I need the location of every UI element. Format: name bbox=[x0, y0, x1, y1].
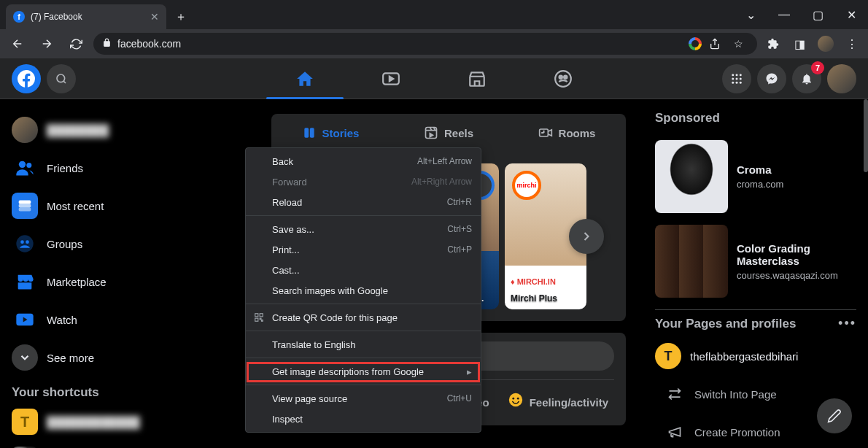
svg-point-14 bbox=[19, 161, 26, 168]
profile-icon[interactable] bbox=[815, 34, 836, 54]
ctx-shortcut: Ctrl+P bbox=[447, 244, 472, 255]
messenger-icon[interactable] bbox=[757, 64, 786, 93]
sponsor-image bbox=[655, 225, 728, 298]
sponsor-item[interactable]: Color Grading Masterclass courses.waqasq… bbox=[649, 219, 862, 304]
close-window-icon[interactable]: ✕ bbox=[834, 3, 868, 26]
svg-rect-37 bbox=[262, 320, 263, 322]
notifications-icon[interactable]: 7 bbox=[792, 64, 821, 93]
tab-stories[interactable]: Stories bbox=[271, 114, 390, 152]
tab-label: Stories bbox=[322, 127, 360, 139]
shortcut-item-2[interactable]: 8 Ball Pool bbox=[6, 441, 242, 448]
back-button[interactable] bbox=[6, 32, 29, 55]
menu-grid-icon[interactable] bbox=[722, 64, 751, 93]
ctx-inspect[interactable]: Inspect bbox=[246, 409, 481, 429]
shortcut-item-1[interactable]: T ████████████ bbox=[6, 403, 242, 441]
nav-watch[interactable] bbox=[351, 58, 431, 99]
svg-point-11 bbox=[732, 81, 734, 83]
chevron-down-icon[interactable]: ⌄ bbox=[734, 3, 767, 26]
sidebar-marketplace[interactable]: Marketplace bbox=[6, 263, 242, 301]
ctx-search-images[interactable]: Search images with Google bbox=[246, 280, 481, 301]
ctx-print[interactable]: Print... Ctrl+P bbox=[246, 239, 481, 260]
ctx-view-page-source[interactable]: View page source Ctrl+U bbox=[246, 388, 481, 409]
svg-rect-17 bbox=[20, 204, 31, 206]
facebook-logo[interactable] bbox=[12, 64, 41, 93]
left-sidebar: ████████ Friends Most recent Groups Mark… bbox=[0, 99, 248, 448]
svg-rect-34 bbox=[260, 314, 263, 317]
sidebar-groups[interactable]: Groups bbox=[6, 225, 242, 263]
svg-point-30 bbox=[508, 393, 522, 406]
divider bbox=[246, 304, 481, 304]
tab-rooms[interactable]: Rooms bbox=[508, 114, 626, 152]
tab-label: Rooms bbox=[559, 127, 596, 139]
ctx-back[interactable]: Back Alt+Left Arrow bbox=[246, 151, 481, 171]
side-panel-icon[interactable]: ◨ bbox=[789, 34, 810, 54]
sidebar-friends[interactable]: Friends bbox=[6, 149, 242, 187]
ctx-image-descriptions[interactable]: Get image descriptions from Google ▸ bbox=[246, 361, 481, 382]
browser-toolbar: facebook.com ☆ ◨ ⋮ bbox=[0, 29, 868, 58]
user-avatar-icon bbox=[12, 117, 38, 143]
ctx-label: Back bbox=[272, 156, 293, 167]
ctx-translate[interactable]: Translate to English bbox=[246, 334, 481, 355]
svg-point-7 bbox=[740, 74, 742, 76]
sponsor-domain: courses.waqasqazi.com bbox=[737, 270, 856, 281]
close-tab-icon[interactable]: ✕ bbox=[150, 11, 159, 23]
sidebar-label: Friends bbox=[47, 162, 83, 174]
sidebar-label: Most recent bbox=[47, 200, 104, 212]
sidebar-label: Groups bbox=[47, 238, 82, 250]
reload-button[interactable] bbox=[64, 32, 88, 55]
ctx-shortcut: Alt+Left Arrow bbox=[417, 156, 472, 166]
new-tab-button[interactable]: ＋ bbox=[171, 7, 191, 27]
nav-groups[interactable] bbox=[523, 58, 603, 99]
forward-button[interactable] bbox=[35, 32, 58, 55]
ctx-qr-code[interactable]: Create QR Code for this page bbox=[246, 307, 481, 328]
sidebar-see-more[interactable]: See more bbox=[6, 339, 242, 376]
kebab-menu-icon[interactable]: ⋮ bbox=[842, 34, 862, 54]
ctx-label: Reload bbox=[272, 197, 302, 208]
feeling-activity-button[interactable]: Feeling/activity bbox=[502, 386, 614, 418]
account-avatar[interactable] bbox=[827, 64, 856, 93]
more-options-icon[interactable]: ••• bbox=[838, 316, 856, 331]
ctx-reload[interactable]: Reload Ctrl+R bbox=[246, 192, 481, 212]
maximize-icon[interactable]: ▢ bbox=[801, 3, 834, 26]
facebook-favicon: f bbox=[13, 11, 25, 23]
browser-tab[interactable]: f (7) Facebook ✕ bbox=[6, 4, 166, 29]
center-nav bbox=[265, 58, 603, 99]
bookmark-icon[interactable]: ☆ bbox=[728, 34, 748, 54]
sidebar-watch[interactable]: Watch bbox=[6, 301, 242, 339]
ctx-cast[interactable]: Cast... bbox=[246, 260, 481, 280]
action-label: Feeling/activity bbox=[530, 396, 608, 409]
minimize-icon[interactable]: — bbox=[767, 3, 801, 26]
page-scrollbar[interactable] bbox=[864, 99, 868, 172]
stories-next-button[interactable] bbox=[569, 219, 604, 254]
shortcut-icon: T bbox=[12, 409, 38, 435]
extensions-icon[interactable] bbox=[763, 34, 783, 54]
page-item[interactable]: T theflabbergastedbihari bbox=[649, 337, 862, 375]
profile-name-blurred: ████████ bbox=[47, 124, 109, 136]
sidebar-profile[interactable]: ████████ bbox=[6, 111, 242, 149]
facebook-header: 7 bbox=[0, 58, 868, 99]
ctx-save-as[interactable]: Save as... Ctrl+S bbox=[246, 219, 481, 239]
sponsor-item[interactable]: Croma croma.com bbox=[649, 134, 862, 219]
mirchi-logo: ♦ MIRCHI.IN bbox=[511, 277, 556, 286]
svg-rect-16 bbox=[20, 201, 31, 203]
address-bar[interactable]: facebook.com ☆ bbox=[93, 33, 757, 55]
ctx-label: Print... bbox=[272, 244, 300, 255]
nav-home[interactable] bbox=[265, 58, 345, 99]
sidebar-most-recent[interactable]: Most recent bbox=[6, 187, 242, 225]
google-icon[interactable] bbox=[689, 37, 702, 50]
facebook-search-button[interactable] bbox=[47, 64, 76, 93]
browser-titlebar: f (7) Facebook ✕ ＋ ⌄ — ▢ ✕ bbox=[0, 0, 868, 29]
svg-point-32 bbox=[516, 398, 519, 400]
share-icon[interactable] bbox=[705, 34, 725, 54]
notification-badge: 7 bbox=[811, 61, 824, 74]
tab-reels[interactable]: Reels bbox=[390, 114, 508, 152]
submenu-arrow-icon: ▸ bbox=[467, 366, 472, 377]
svg-rect-24 bbox=[309, 128, 314, 137]
nav-marketplace[interactable] bbox=[437, 58, 517, 99]
page-name: theflabbergastedbihari bbox=[690, 350, 798, 363]
ctx-shortcut: Alt+Right Arrow bbox=[411, 177, 472, 187]
friends-icon bbox=[12, 155, 38, 181]
edit-fab[interactable] bbox=[817, 398, 852, 433]
svg-point-20 bbox=[20, 240, 24, 244]
svg-point-6 bbox=[736, 74, 738, 76]
